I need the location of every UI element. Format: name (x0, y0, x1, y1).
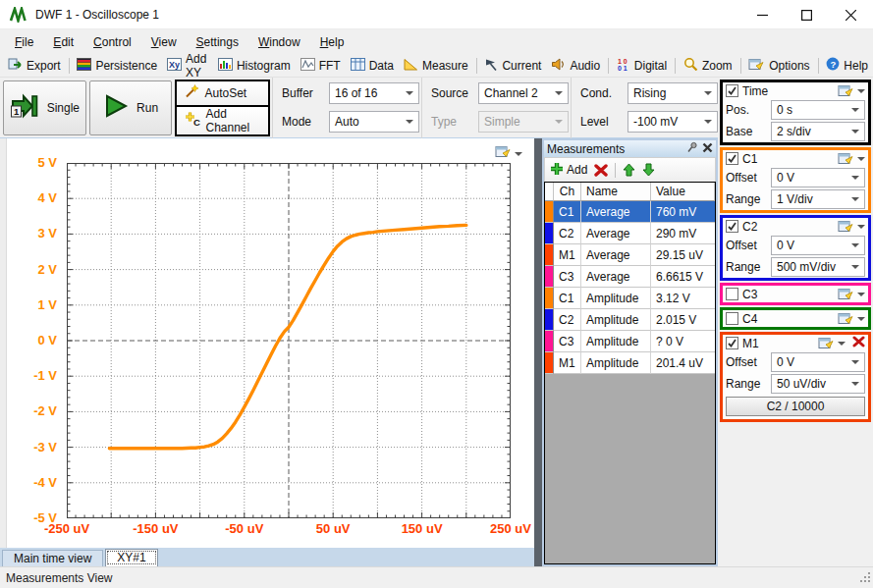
persistence-toolbar-button[interactable]: Persistence (72, 56, 162, 76)
channel2-section: C2 Offset 0 V Range 500 mV/div (720, 215, 871, 281)
m1-offset-select[interactable]: 0 V (771, 352, 865, 372)
histogram-toolbar-button[interactable]: Histogram (213, 56, 296, 76)
m1-function-button[interactable]: C2 / 10000 (726, 397, 865, 416)
m1-options-button[interactable] (818, 336, 846, 350)
measure-toolbar-button[interactable]: Measure (399, 56, 473, 76)
menu-item-help[interactable]: Help (310, 32, 355, 52)
xy-plot-canvas[interactable] (67, 163, 511, 518)
time-pos-value: 0 s (777, 103, 792, 117)
m1-delete-button[interactable] (852, 336, 865, 350)
column-header-value[interactable]: Value (651, 183, 715, 201)
c2-offset-select[interactable]: 0 V (771, 236, 865, 255)
offset-label: Offset (726, 171, 769, 185)
measurement-row[interactable]: M1Amplitude201.4 uV (545, 352, 715, 374)
maximize-button[interactable] (785, 0, 829, 29)
c2-options-button[interactable] (838, 219, 865, 234)
measurement-row[interactable]: C1Amplitude3.12 V (545, 288, 715, 309)
current-toolbar-button[interactable]: Current (479, 56, 546, 76)
c3-checkbox[interactable] (726, 288, 738, 300)
zoom-toolbar-button[interactable]: Zoom (679, 55, 737, 76)
menu-item-control[interactable]: Control (83, 32, 141, 52)
plot-properties-icon (495, 144, 512, 163)
measurement-row[interactable]: C2Amplitude2.015 V (545, 309, 715, 331)
c1-checkbox[interactable] (726, 152, 738, 165)
c3-options-button[interactable] (838, 287, 865, 301)
status-text: Measurements View (6, 571, 113, 585)
move-up-button[interactable] (623, 163, 635, 177)
autoset-button[interactable]: AutoSet (177, 81, 268, 105)
digital-toolbar-button[interactable]: 1 00 1Digital (612, 55, 672, 76)
measurement-row[interactable]: C3Amplitude? 0 V (545, 331, 715, 352)
chevron-down-icon (857, 225, 865, 229)
c1-range-select[interactable]: 1 V/div (771, 189, 865, 209)
add-xy-toolbar-button[interactable]: XyAdd XY (162, 50, 213, 81)
toolbar-button-label: Measure (422, 59, 468, 73)
menu-item-edit[interactable]: Edit (43, 32, 83, 52)
single-button[interactable]: 1 Single (3, 80, 86, 135)
resize-grip[interactable] (860, 572, 871, 586)
plot-options-button[interactable] (493, 143, 524, 164)
m1-checkbox[interactable] (726, 337, 738, 349)
measurement-value: 3.12 V (651, 288, 715, 309)
chevron-down-icon (515, 152, 522, 156)
tab-main-time-view[interactable]: Main time view (2, 550, 103, 566)
window-title: DWF 1 - Oscilloscope 1 (35, 8, 159, 22)
tab-xy-1[interactable]: XY#1 (105, 549, 157, 566)
cond-select[interactable]: Rising (627, 82, 718, 104)
m1-offset-value: 0 V (777, 355, 794, 369)
buffer-select[interactable]: 16 of 16 (329, 82, 419, 104)
measurement-row[interactable]: M1Average29.15 uV (545, 244, 715, 266)
time-checkbox[interactable] (726, 84, 738, 97)
time-base-select[interactable]: 2 s/div (771, 122, 865, 141)
measurement-value: ? 0 V (651, 331, 715, 352)
channel-color-chip (545, 309, 554, 331)
x-axis-tick-label: -150 uV (133, 521, 178, 536)
y-axis-tick-label: 2 V (0, 262, 57, 277)
c2-checkbox[interactable] (726, 220, 738, 233)
m1-range-select[interactable]: 50 uV/div (771, 374, 865, 394)
chevron-down-icon (851, 108, 859, 112)
view-tabs: Main time viewXY#1 (0, 548, 534, 566)
menu-item-settings[interactable]: Settings (187, 32, 248, 52)
measurement-row[interactable]: C1Average760 mV (545, 201, 715, 223)
pin-icon[interactable] (686, 141, 698, 156)
panel-splitter[interactable] (534, 138, 542, 566)
menu-item-file[interactable]: File (5, 32, 43, 52)
c1-options-button[interactable] (838, 151, 865, 166)
audio-toolbar-button[interactable]: Audio (546, 56, 605, 76)
chevron-down-icon (555, 120, 563, 124)
move-down-button[interactable] (642, 163, 655, 177)
y-axis-tick-label: 4 V (0, 190, 57, 205)
menu-item-window[interactable]: Window (248, 32, 310, 52)
column-header-name[interactable]: Name (581, 183, 651, 201)
x-axis-tick-label: -50 uV (225, 521, 263, 536)
measurement-row[interactable]: C2Average290 mV (545, 223, 715, 244)
add-measurement-button[interactable]: Add (550, 162, 587, 179)
time-options-button[interactable] (838, 83, 865, 98)
help-toolbar-button[interactable]: ?Help (821, 55, 873, 76)
time-pos-select[interactable]: 0 s (771, 100, 865, 120)
c2-range-select[interactable]: 500 mV/div (771, 257, 865, 277)
export-toolbar-button[interactable]: Export (3, 55, 66, 76)
minimize-button[interactable] (740, 0, 785, 29)
column-header-ch[interactable]: Ch (554, 183, 581, 201)
data-toolbar-button[interactable]: Data (346, 56, 399, 76)
source-select[interactable]: Channel 2 (478, 82, 569, 104)
options-toolbar-button[interactable]: Options (743, 55, 814, 77)
close-button[interactable] (829, 0, 873, 29)
level-select[interactable]: -100 mV (627, 111, 718, 133)
measurement-row[interactable]: C3Average6.6615 V (545, 266, 715, 288)
mode-select[interactable]: Auto (329, 111, 419, 133)
delete-measurement-button[interactable] (594, 164, 608, 177)
toolbar-button-label: Add XY (186, 52, 208, 80)
run-button[interactable]: Run (89, 80, 173, 135)
c1-offset-select[interactable]: 0 V (771, 168, 865, 187)
svg-text:0 1: 0 1 (618, 65, 627, 72)
fft-toolbar-button[interactable]: FFT (296, 56, 346, 76)
c4-options-button[interactable] (838, 311, 865, 326)
add-channel-button[interactable]: C Add Channel (177, 105, 268, 134)
close-panel-icon[interactable] (702, 142, 713, 156)
c4-checkbox[interactable] (726, 312, 738, 325)
menu-item-view[interactable]: View (141, 32, 187, 52)
chevron-down-icon (838, 342, 846, 346)
